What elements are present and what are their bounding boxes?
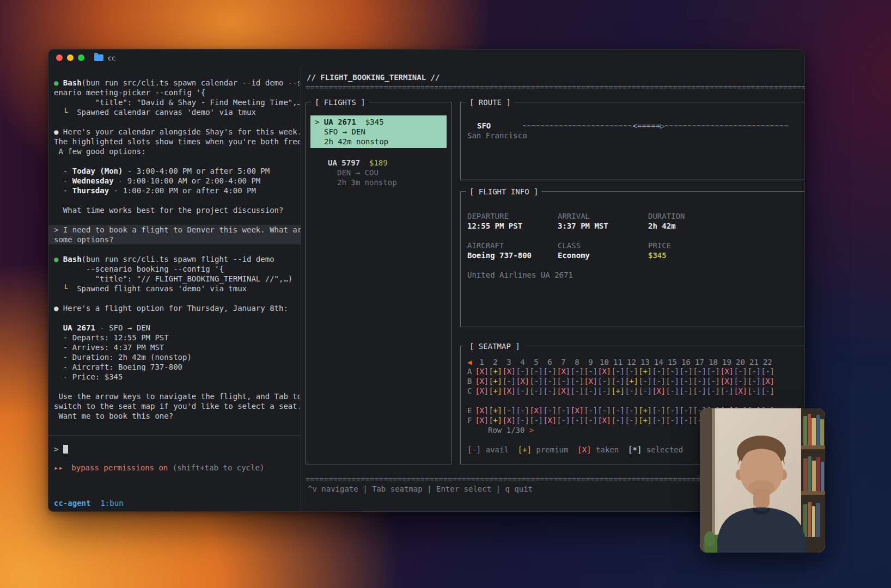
seat-cell[interactable]: [-] [625, 386, 638, 396]
seat-cell[interactable]: [-] [516, 406, 529, 415]
seat-cell[interactable]: [-] [502, 376, 516, 386]
seat-cell[interactable]: [-] [652, 406, 666, 415]
seat-cell[interactable]: [X] [475, 366, 489, 376]
seat-cell[interactable]: [-] [652, 415, 666, 425]
seat-cell[interactable]: [-] [693, 386, 706, 396]
seat-cell[interactable]: [-] [666, 386, 679, 396]
close-window-button[interactable] [56, 54, 63, 61]
seat-cell[interactable]: [-] [706, 376, 720, 386]
seat-cell[interactable]: [-] [693, 376, 706, 386]
seat-cell[interactable]: [-] [611, 366, 625, 376]
seat-cell[interactable]: [-] [625, 366, 638, 376]
seat-cell[interactable]: [-] [734, 376, 747, 386]
seat-cell[interactable]: [+] [489, 366, 502, 376]
seat-cell[interactable]: [-] [679, 386, 693, 396]
claude-code-pane[interactable]: ● Bash(bun run src/cli.ts spawn calendar… [48, 66, 301, 512]
seat-cell[interactable]: [+] [489, 415, 502, 425]
seat-cell[interactable]: [X] [529, 406, 543, 415]
seat-cell[interactable]: [X] [475, 376, 489, 386]
seat-cell[interactable]: [X] [720, 376, 734, 386]
seat-cell[interactable]: [-] [584, 366, 597, 376]
seat-cell[interactable]: [+] [489, 386, 502, 396]
seat-cell[interactable]: [-] [611, 415, 625, 425]
seat-cell[interactable]: [-] [570, 386, 584, 396]
seat-cell[interactable]: [-] [747, 386, 761, 396]
seat-cell[interactable]: [X] [734, 386, 747, 396]
seat-cell[interactable]: [-] [747, 366, 761, 376]
seat-cell[interactable]: [-] [502, 406, 516, 415]
seat-cell[interactable]: [-] [557, 415, 570, 425]
seat-cell[interactable]: [X] [543, 415, 557, 425]
seat-cell[interactable]: [X] [557, 386, 570, 396]
seat-cell[interactable]: [-] [611, 406, 625, 415]
seat-cell[interactable]: [X] [516, 376, 529, 386]
seat-cell[interactable]: [+] [611, 386, 625, 396]
seat-cell[interactable]: [-] [611, 376, 625, 386]
seat-cell[interactable]: [+] [638, 415, 652, 425]
seat-cell[interactable]: [+] [625, 376, 638, 386]
flight-option[interactable]: > UA 2671$345SFO → DEN2h 42m nonstop [310, 115, 447, 148]
seat-cell[interactable]: [-] [529, 386, 543, 396]
seat-cell[interactable]: [-] [584, 386, 597, 396]
prompt-area[interactable]: > ▸▸ bypass permissions on (shift+tab to… [48, 435, 301, 493]
seat-cell[interactable]: [X] [761, 376, 774, 386]
seat-cell[interactable]: [-] [597, 406, 611, 415]
seat-cell[interactable]: [X] [502, 415, 516, 425]
seat-cell[interactable]: [-] [706, 386, 720, 396]
seat-cell[interactable]: [-] [693, 366, 706, 376]
seat-cell[interactable]: [-] [679, 406, 693, 415]
seat-cell[interactable]: [-] [638, 376, 652, 386]
seat-cell[interactable]: [-] [747, 376, 761, 386]
seat-cell[interactable]: [-] [557, 406, 570, 415]
seat-cell[interactable]: [-] [706, 366, 720, 376]
seat-cell[interactable]: [-] [597, 376, 611, 386]
seat-cell[interactable]: [-] [652, 376, 666, 386]
seat-cell[interactable]: [-] [625, 415, 638, 425]
seat-cell[interactable]: [X] [597, 415, 611, 425]
seat-cell[interactable]: [-] [638, 386, 652, 396]
seat-cell[interactable]: [+] [638, 366, 652, 376]
flight-option[interactable]: UA 5797$189DEN → COU2h 3m nonstop [309, 158, 448, 187]
seat-cell[interactable]: [X] [557, 366, 570, 376]
seat-cell[interactable]: [-] [529, 366, 543, 376]
scroll-right-icon[interactable]: > [524, 426, 534, 434]
webcam-overlay[interactable] [700, 408, 825, 553]
seat-cell[interactable]: [-] [666, 406, 679, 415]
seat-cell[interactable]: [X] [475, 406, 489, 415]
seat-cell[interactable]: [-] [529, 376, 543, 386]
seat-cell[interactable]: [+] [489, 376, 502, 386]
seat-cell[interactable]: [-] [543, 376, 557, 386]
seat-cell[interactable]: [-] [734, 366, 747, 376]
seat-cell[interactable]: [-] [625, 406, 638, 415]
seat-cell[interactable]: [X] [570, 406, 584, 415]
seat-cell[interactable]: [+] [638, 406, 652, 415]
seat-cell[interactable]: [X] [475, 386, 489, 396]
scroll-left-icon[interactable]: ◀ [467, 357, 475, 366]
prompt-line[interactable]: > [54, 444, 295, 454]
seat-cell[interactable]: [-] [543, 386, 557, 396]
seat-cell[interactable]: [X] [720, 366, 734, 376]
seat-cell[interactable]: [-] [597, 386, 611, 396]
seat-cell[interactable]: [-] [584, 415, 597, 425]
seat-cell[interactable]: [-] [761, 386, 774, 396]
seat-cell[interactable]: [X] [597, 366, 611, 376]
seat-cell[interactable]: [-] [570, 376, 584, 386]
seat-cell[interactable]: [X] [652, 386, 666, 396]
seat-cell[interactable]: [-] [679, 415, 693, 425]
seat-cell[interactable]: [-] [720, 386, 734, 396]
seat-cell[interactable]: [-] [516, 415, 529, 425]
minimize-window-button[interactable] [67, 54, 74, 61]
seat-cell[interactable]: [-] [666, 376, 679, 386]
seat-cell[interactable]: [+] [489, 406, 502, 415]
seat-cell[interactable]: [-] [529, 415, 543, 425]
seat-cell[interactable]: [X] [502, 366, 516, 376]
seat-cell[interactable]: [-] [761, 366, 774, 376]
seat-cell[interactable]: [-] [570, 415, 584, 425]
zoom-window-button[interactable] [78, 54, 84, 61]
seat-cell[interactable]: [X] [584, 376, 597, 386]
seat-cell[interactable]: [-] [584, 406, 597, 415]
seat-cell[interactable]: [-] [516, 386, 529, 396]
seat-cell[interactable]: [-] [570, 366, 584, 376]
seat-cell[interactable]: [-] [516, 366, 529, 376]
seat-cell[interactable]: [X] [475, 415, 489, 425]
